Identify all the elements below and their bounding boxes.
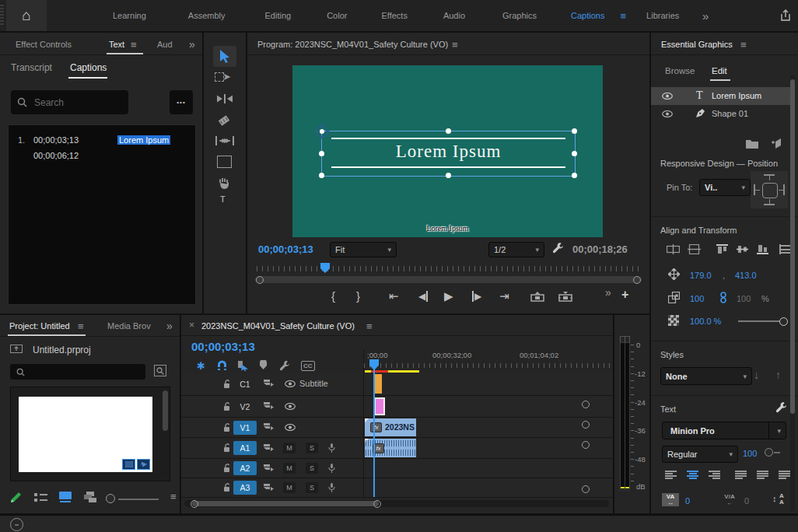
sync-lock-icon[interactable] <box>264 484 274 492</box>
thumbnail-zoom-knob[interactable] <box>106 494 115 503</box>
ripple-edit-tool[interactable] <box>215 93 234 104</box>
workspace-audio[interactable]: Audio <box>425 11 484 20</box>
caption-search-box[interactable] <box>11 90 128 114</box>
subtab-captions[interactable]: Captions <box>70 62 107 73</box>
freeform-view-icon[interactable] <box>82 492 97 503</box>
clip-thumbnail[interactable] <box>19 397 152 472</box>
workspace-editing[interactable]: Editing <box>247 11 310 20</box>
track-lock-icon[interactable] <box>223 380 231 389</box>
goto-in-button[interactable]: ⇤ <box>389 289 399 303</box>
voiceover-record-mic-icon[interactable] <box>328 443 335 453</box>
subtab-transcript[interactable]: Transcript <box>11 62 52 73</box>
font-family-dropdown[interactable]: Minion Pro ▾ <box>662 422 786 439</box>
captions-workspace-menu-icon[interactable]: ≡ <box>620 10 626 22</box>
font-size-slider-track[interactable] <box>774 452 780 453</box>
mute-button[interactable]: M <box>283 482 296 493</box>
tab-effect-controls[interactable]: Effect Controls <box>16 40 72 49</box>
layer-row-shape-01[interactable]: Shape 01 <box>651 105 793 123</box>
step-back-button[interactable]: ◀ <box>418 291 428 302</box>
play-button[interactable]: ▶ <box>444 289 453 303</box>
new-layer-icon[interactable] <box>771 138 782 149</box>
video-badge-icon[interactable] <box>122 459 135 470</box>
visibility-eye-icon[interactable] <box>662 93 673 100</box>
scale-y-value[interactable]: 100 <box>737 294 751 303</box>
align-text-center-icon[interactable] <box>687 471 698 479</box>
text-selection-box[interactable]: Lorem Ipsum <box>321 131 576 177</box>
voiceover-record-mic-icon[interactable] <box>328 483 335 493</box>
new-folder-icon[interactable] <box>746 139 758 149</box>
thumbnail-zoom-track[interactable] <box>118 499 159 500</box>
track-select-forward-tool[interactable]: ➤ <box>215 70 235 86</box>
audio-badge-icon[interactable] <box>137 459 150 470</box>
track-name-a2[interactable]: A2 <box>233 461 257 475</box>
kerning-value[interactable]: 0 <box>744 496 749 506</box>
workspace-captions[interactable]: Captions <box>555 11 620 20</box>
handle-bottom-left[interactable] <box>319 173 324 178</box>
scale-x-value[interactable]: 100 <box>690 294 704 303</box>
goto-out-button[interactable]: ⇥ <box>499 289 509 303</box>
handle-top-right[interactable] <box>572 128 577 134</box>
handle-mid-right[interactable] <box>572 151 577 156</box>
track-resize-handle[interactable] <box>582 441 590 449</box>
selection-tool[interactable] <box>213 46 236 67</box>
position-y-value[interactable]: 413.0 <box>735 271 757 280</box>
razor-tool[interactable] <box>216 114 232 128</box>
align-text-right-icon[interactable] <box>709 471 720 479</box>
mark-out-button[interactable]: } <box>356 289 360 303</box>
sync-lock-icon[interactable] <box>264 423 274 432</box>
tab-edit[interactable]: Edit <box>712 66 727 75</box>
push-style-up-icon[interactable]: ↑ <box>775 369 781 381</box>
workspace-color[interactable]: Color <box>310 11 364 20</box>
track-name-v2[interactable]: V2 <box>233 400 257 414</box>
styles-dropdown[interactable]: None▾ <box>660 367 752 385</box>
timeline-menu-icon[interactable]: ≡ <box>366 320 373 332</box>
snap-magnet-icon[interactable] <box>217 360 227 371</box>
essential-graphics-menu-icon[interactable]: ≡ <box>740 39 747 51</box>
track-name-a3[interactable]: A3 <box>233 481 257 495</box>
caption-text-selected[interactable]: Lorem Ipsum <box>117 135 170 145</box>
project-toolbar-menu-icon[interactable]: ≡ <box>170 491 177 502</box>
bin-scrollbar[interactable] <box>163 390 168 431</box>
sync-lock-icon[interactable] <box>264 402 274 411</box>
search-input[interactable] <box>33 96 122 109</box>
tracking-value[interactable]: 0 <box>685 496 690 506</box>
position-x-value[interactable]: 179.0 <box>690 271 712 280</box>
track-resize-handle[interactable] <box>582 485 590 493</box>
caption-clip[interactable] <box>374 374 382 394</box>
pin-diagram[interactable] <box>751 171 788 208</box>
workspace-libraries[interactable]: Libraries <box>626 11 699 20</box>
align-top-icon[interactable] <box>716 244 728 254</box>
mark-in-button[interactable]: { <box>331 289 335 303</box>
hand-tool[interactable] <box>217 176 231 190</box>
add-marker-icon[interactable] <box>259 360 268 370</box>
distribute-icon[interactable] <box>779 244 790 254</box>
font-size-value[interactable]: 100 <box>743 449 757 458</box>
track-output-eye-icon[interactable] <box>285 380 296 387</box>
eg-scrollbar[interactable] <box>790 75 795 511</box>
list-view-icon[interactable] <box>34 493 47 502</box>
track-lock-icon[interactable] <box>223 483 231 492</box>
scrollbar-right-handle[interactable] <box>633 276 641 284</box>
find-in-bin-icon[interactable] <box>154 365 166 376</box>
timeline-scrollbar[interactable] <box>184 500 609 507</box>
handle-top-mid[interactable] <box>446 128 451 134</box>
push-style-down-icon[interactable]: ↓ <box>754 369 759 381</box>
project-file-name[interactable]: Untitled.prproj <box>33 345 91 355</box>
tab-project[interactable]: Project: Untitled <box>9 321 70 331</box>
workspace-graphics[interactable]: Graphics <box>484 11 555 20</box>
opacity-slider-track[interactable] <box>738 320 785 322</box>
track-lock-icon[interactable] <box>223 402 231 411</box>
caption-options-button[interactable]: ••• <box>170 90 193 114</box>
program-canvas[interactable]: Lorem Ipsum Lorem Ipsum <box>292 65 603 237</box>
selected-graphic-clip[interactable] <box>374 397 385 415</box>
track-resize-handle[interactable] <box>582 421 590 429</box>
export-share-icon[interactable] <box>779 9 792 22</box>
tab-text[interactable]: Text <box>109 40 124 49</box>
workspace-assembly[interactable]: Assembly <box>167 11 247 20</box>
writable-pencil-icon[interactable] <box>9 492 23 504</box>
audio-clip-a1[interactable]: fx <box>365 439 416 457</box>
anchor-point-icon[interactable] <box>314 124 330 139</box>
timeline-tab-close-icon[interactable]: × <box>189 320 194 331</box>
tab-media-browser[interactable]: Media Brov <box>107 321 151 331</box>
workspace-learning[interactable]: Learning <box>92 11 167 20</box>
